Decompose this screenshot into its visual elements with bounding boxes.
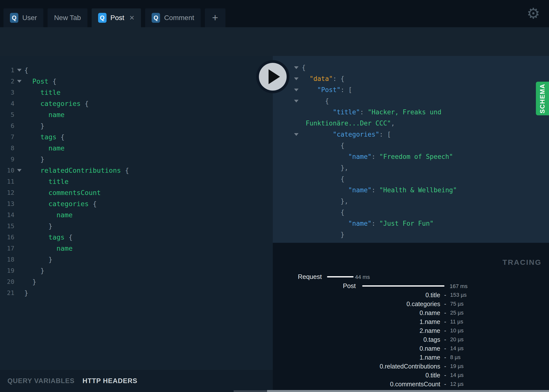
resolver-time: 14 µs bbox=[450, 345, 464, 352]
resolver-row: 0.name-14 µs bbox=[273, 344, 549, 353]
query-badge: Q bbox=[152, 13, 160, 23]
code-text: "name": "Freedom of Speech" bbox=[302, 151, 453, 162]
code-token: : bbox=[372, 153, 379, 160]
code-token: } bbox=[24, 122, 44, 130]
code-text: }, bbox=[302, 162, 348, 173]
fold-column bbox=[14, 76, 24, 87]
resolver-row: 1.name-11 µs bbox=[273, 317, 549, 326]
fold-column bbox=[14, 220, 24, 232]
code-token: "Just For Fun" bbox=[379, 220, 434, 227]
fold-column bbox=[291, 140, 301, 151]
trace-post-label: Post bbox=[273, 281, 356, 290]
response-line: "title": "Hacker, Freaks und bbox=[273, 107, 549, 118]
fold-column bbox=[14, 65, 24, 76]
tab-label: New Tab bbox=[54, 14, 81, 22]
code-text: "name": "Just For Fun" bbox=[302, 218, 434, 229]
response-line: ] bbox=[273, 240, 549, 243]
code-token: { bbox=[302, 142, 344, 149]
tab-bar: QUserNew TabQPost✕QComment+ ⚙ bbox=[0, 0, 549, 27]
query-editor[interactable]: 1{2 Post {3 title4 categories {5 name6 }… bbox=[0, 56, 273, 370]
schema-button[interactable]: SCHEMA bbox=[536, 82, 549, 115]
code-token: }, bbox=[302, 197, 348, 205]
fold-toggle-icon[interactable] bbox=[294, 133, 299, 136]
resolver-path: 2.name bbox=[273, 327, 440, 334]
fold-column bbox=[14, 209, 24, 220]
code-token: { bbox=[302, 97, 329, 105]
query-editor-lines: 1{2 Post {3 title4 categories {5 name6 }… bbox=[0, 56, 273, 298]
code-text: { bbox=[302, 62, 306, 73]
resolver-row: 0.tags-20 µs bbox=[273, 335, 549, 344]
response-line: "Post": [ bbox=[273, 84, 549, 96]
tab-user[interactable]: QUser bbox=[3, 8, 43, 27]
line-number: 3 bbox=[0, 87, 14, 98]
resolver-time: 153 µs bbox=[450, 292, 467, 298]
code-text: } bbox=[24, 154, 44, 165]
editor-footer: QUERY VARIABLES HTTP HEADERS bbox=[0, 370, 273, 392]
fold-column bbox=[291, 84, 301, 96]
resolver-dash: - bbox=[440, 345, 450, 352]
code-token: { bbox=[302, 175, 344, 183]
close-icon[interactable]: ✕ bbox=[129, 14, 135, 22]
horizontal-scrollbar[interactable] bbox=[267, 390, 549, 392]
fold-toggle-icon[interactable] bbox=[17, 169, 22, 172]
code-token: } bbox=[24, 278, 36, 286]
code-token: name bbox=[24, 111, 65, 119]
execute-button[interactable] bbox=[256, 60, 289, 93]
trace-request-label: Request bbox=[273, 272, 322, 281]
code-text: } bbox=[24, 287, 28, 298]
code-text: "Post": [ bbox=[302, 84, 352, 96]
tab-post[interactable]: QPost✕ bbox=[92, 8, 141, 27]
code-token: relatedContributions bbox=[24, 167, 121, 174]
code-token: name bbox=[24, 144, 65, 152]
line-number: 21 bbox=[0, 287, 14, 298]
code-text: } bbox=[24, 254, 53, 265]
code-token: { bbox=[56, 133, 65, 141]
tab-new-tab[interactable]: New Tab bbox=[48, 8, 87, 27]
new-tab-button[interactable]: + bbox=[205, 8, 225, 27]
code-text: Funktionäre...Der CCC", bbox=[302, 118, 395, 129]
fold-column bbox=[14, 87, 24, 98]
editor-line: 8 name bbox=[0, 143, 273, 154]
response-line: { bbox=[273, 207, 549, 218]
fold-toggle-icon[interactable] bbox=[17, 80, 22, 83]
editor-line: 21} bbox=[0, 287, 273, 298]
fold-toggle-icon[interactable] bbox=[294, 89, 299, 91]
resolver-timing-list: 0.title-153 µs0.categories-75 µs0.name-2… bbox=[273, 291, 549, 392]
response-viewer: { "data": { "Post": [ { "title": "Hacker… bbox=[273, 56, 549, 243]
code-text: title bbox=[24, 176, 69, 187]
editor-line: 5 name bbox=[0, 109, 273, 120]
code-text: name bbox=[24, 109, 65, 120]
settings-button[interactable]: ⚙ bbox=[525, 5, 542, 22]
fold-column bbox=[14, 143, 24, 154]
horizontal-scrollbar-left[interactable] bbox=[234, 390, 267, 392]
tracing-panel: TRACING Request 44 ms Post 167 ms 0.titl… bbox=[273, 243, 549, 392]
editor-line: 18 } bbox=[0, 254, 273, 265]
http-headers-tab[interactable]: HTTP HEADERS bbox=[82, 377, 137, 385]
resolver-path: 0.commentsCount bbox=[273, 381, 440, 388]
code-text: categories { bbox=[24, 198, 97, 209]
fold-toggle-icon[interactable] bbox=[17, 69, 22, 72]
line-number: 19 bbox=[0, 265, 14, 276]
fold-column bbox=[291, 62, 301, 73]
play-icon bbox=[269, 69, 280, 84]
code-token: commentsCount bbox=[24, 189, 101, 196]
fold-toggle-icon[interactable] bbox=[294, 100, 299, 102]
trace-post-bar bbox=[362, 285, 444, 287]
code-text: Post { bbox=[24, 76, 56, 87]
fold-column bbox=[14, 154, 24, 165]
query-variables-tab[interactable]: QUERY VARIABLES bbox=[7, 377, 75, 385]
line-number: 16 bbox=[0, 232, 14, 243]
resolver-dash: - bbox=[440, 363, 450, 370]
tab-comment[interactable]: QComment bbox=[145, 8, 200, 27]
fold-column bbox=[14, 176, 24, 187]
editor-line: 1{ bbox=[0, 65, 273, 76]
code-text: { bbox=[302, 207, 344, 218]
resolver-time: 75 µs bbox=[450, 301, 464, 307]
fold-toggle-icon[interactable] bbox=[294, 77, 299, 80]
fold-column bbox=[14, 187, 24, 198]
fold-column bbox=[291, 196, 301, 207]
fold-column bbox=[291, 229, 301, 240]
code-token: } bbox=[24, 155, 44, 163]
line-number: 10 bbox=[0, 165, 14, 176]
fold-toggle-icon[interactable] bbox=[294, 66, 299, 69]
